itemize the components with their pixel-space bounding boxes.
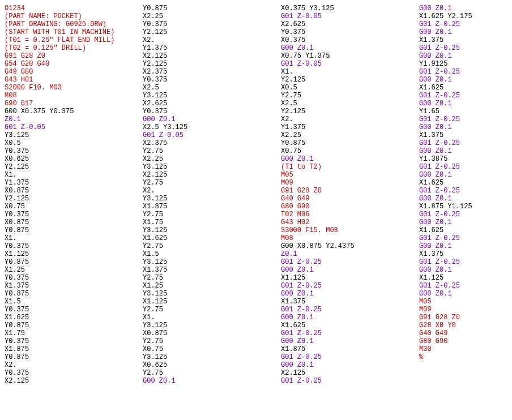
- gcode-line: G00 Z0.1: [143, 377, 281, 385]
- gcode-line: G01 Z-0.25: [419, 258, 510, 266]
- gcode-line: G00 Z0.1: [419, 5, 510, 12]
- gcode-line: G01 Z-0.25: [419, 115, 510, 123]
- gcode-line: G00 Z0.1: [419, 290, 510, 298]
- gcode-line: G01 Z-0.25: [419, 234, 510, 242]
- gcode-line: Y3.125: [143, 258, 281, 266]
- gcode-line: G00 Z0.1: [419, 123, 510, 131]
- gcode-line: G01 Z-0.25: [419, 20, 510, 28]
- gcode-line: %: [419, 353, 510, 361]
- gcode-line: Y3.125: [143, 163, 281, 171]
- gcode-line: G01 Z-0.25: [281, 329, 419, 337]
- gcode-line: M30: [419, 345, 510, 353]
- gcode-line: Y2.75: [281, 92, 419, 100]
- gcode-line: G91 G28 Z0: [5, 52, 143, 60]
- gcode-line: (T02 = 0.125" DRILL): [5, 44, 143, 52]
- gcode-line: G00 Z0.1: [419, 266, 510, 274]
- gcode-line: X2.625: [281, 20, 419, 28]
- gcode-line: G00 X0.375 Y0.375: [5, 108, 143, 115]
- gcode-line: X1.25: [143, 282, 281, 290]
- gcode-line: X0.375 Y3.125: [281, 5, 419, 12]
- gcode-line: Y2.125: [5, 195, 143, 203]
- gcode-line: G01 Z-0.25: [419, 44, 510, 52]
- gcode-line: X1.75: [143, 218, 281, 226]
- gcode-line: X0.375: [281, 36, 419, 44]
- gcode-line: G01 Z-0.05: [5, 123, 143, 131]
- gcode-line: X0.5: [281, 84, 419, 92]
- gcode-line: X1.625: [5, 314, 143, 322]
- gcode-line: X1.25: [5, 266, 143, 274]
- gcode-line: X1.: [281, 68, 419, 76]
- gcode-line: Y2.75: [143, 369, 281, 377]
- gcode-line: X1.625: [143, 234, 281, 242]
- gcode-line: X1.625: [419, 179, 510, 187]
- gcode-line: G00 X0.875 Y2.4375: [281, 242, 419, 250]
- gcode-line: G00 Z0.1: [281, 266, 419, 274]
- gcode-line: G43 H02: [281, 218, 419, 226]
- gcode-line: Y2.125: [5, 163, 143, 171]
- gcode-line: T02 M06: [281, 211, 419, 218]
- gcode-line: X0.875: [5, 187, 143, 195]
- gcode-line: Z0.1: [281, 250, 419, 258]
- gcode-line: Y2.75: [143, 211, 281, 218]
- gcode-line: X0.625: [5, 155, 143, 163]
- gcode-line: G80 G90: [281, 203, 419, 211]
- gcode-line: Y0.875: [281, 139, 419, 147]
- gcode-line: Y3.125: [143, 226, 281, 234]
- gcode-line: X2.125: [5, 377, 143, 385]
- gcode-line: X2.5 Y3.125: [143, 123, 281, 131]
- gcode-line: G28 X0 Y0: [419, 322, 510, 329]
- gcode-line: Y3.125: [143, 290, 281, 298]
- gcode-line: X2.625: [143, 100, 281, 108]
- gcode-line: X0.75: [143, 345, 281, 353]
- gcode-line: X1.875: [281, 345, 419, 353]
- gcode-line: Y0.875: [5, 290, 143, 298]
- gcode-line: X1.375: [143, 266, 281, 274]
- gcode-line: M05: [419, 298, 510, 306]
- gcode-line: X1.625: [419, 226, 510, 234]
- gcode-line: Y3.125: [143, 195, 281, 203]
- gcode-line: O1234: [5, 5, 143, 12]
- column-3: X0.375 Y3.125G01 Z-0.05X2.625Y0.375X0.37…: [281, 5, 419, 385]
- gcode-line: X0.875: [143, 329, 281, 337]
- gcode-line: Y3.125: [143, 353, 281, 361]
- gcode-line: G01 Z-0.05: [143, 131, 281, 139]
- gcode-line: X1.: [5, 234, 143, 242]
- gcode-line: X1.5: [5, 298, 143, 306]
- gcode-line: X0.75: [5, 203, 143, 211]
- gcode-line: Y0.375: [143, 76, 281, 84]
- gcode-line: Y3.125: [5, 131, 143, 139]
- gcode-line: M08: [5, 92, 143, 100]
- gcode-line: Y0.875: [5, 322, 143, 329]
- gcode-line: Y2.75: [143, 337, 281, 345]
- gcode-line: M09: [281, 179, 419, 187]
- gcode-line: X0.875: [5, 218, 143, 226]
- gcode-listing: O1234(PART NAME: POCKET)(PART DRAWING: G…: [5, 5, 507, 385]
- gcode-line: M09: [419, 306, 510, 314]
- gcode-line: G00 Z0.1: [281, 314, 419, 322]
- gcode-line: Y2.75: [143, 147, 281, 155]
- gcode-line: X2.25: [281, 131, 419, 139]
- gcode-line: G00 Z0.1: [419, 52, 510, 60]
- gcode-line: Y0.375: [5, 211, 143, 218]
- gcode-line: G01 Z-0.25: [419, 139, 510, 147]
- gcode-line: G01 Z-0.25: [419, 187, 510, 195]
- gcode-line: X1.: [143, 314, 281, 322]
- gcode-line: X1.125: [5, 250, 143, 258]
- gcode-line: G91 G28 Z0: [281, 187, 419, 195]
- gcode-line: G01 Z-0.25: [281, 282, 419, 290]
- gcode-line: Y0.375: [5, 147, 143, 155]
- column-2: Y0.875X2.25Y0.375Y2.125X2.Y1.375X2.125Y2…: [143, 5, 281, 385]
- gcode-line: G91 G28 Z0: [419, 314, 510, 322]
- gcode-line: G01 Z-0.25: [281, 377, 419, 385]
- gcode-line: X1.625: [281, 322, 419, 329]
- gcode-line: X1.625: [419, 84, 510, 92]
- gcode-line: Y1.3875: [419, 155, 510, 163]
- gcode-line: (T01 = 0.25" FLAT END MILL): [5, 36, 143, 44]
- gcode-line: X1.625 Y2.175: [419, 12, 510, 20]
- gcode-line: Y1.375: [281, 123, 419, 131]
- gcode-line: X2.125: [143, 52, 281, 60]
- gcode-line: X2.5: [281, 100, 419, 108]
- gcode-line: G40 G49: [419, 329, 510, 337]
- gcode-line: X2.5: [143, 84, 281, 92]
- gcode-line: Y0.875: [143, 5, 281, 12]
